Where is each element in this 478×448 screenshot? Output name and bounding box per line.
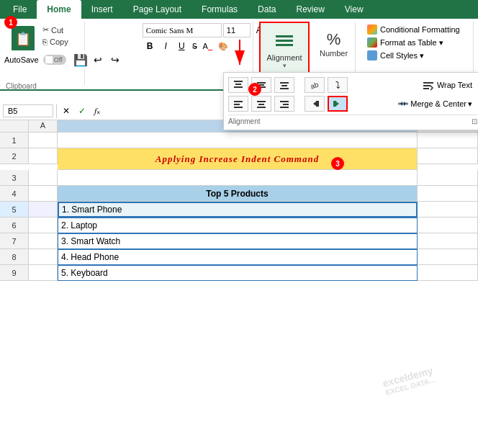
number-label: Number xyxy=(320,49,348,58)
svg-rect-10 xyxy=(281,85,287,86)
strikethrough-button[interactable]: S̶ xyxy=(192,42,197,51)
format-as-table-button[interactable]: Format as Table ▾ xyxy=(364,36,467,49)
svg-rect-5 xyxy=(234,86,243,88)
align-center-button[interactable] xyxy=(251,96,271,112)
cell-a3[interactable] xyxy=(29,170,58,186)
svg-rect-21 xyxy=(257,107,266,108)
svg-rect-1 xyxy=(276,40,293,42)
cell-b8[interactable]: 4. Head Phone xyxy=(58,249,418,265)
cell-a5[interactable] xyxy=(29,202,58,218)
cell-b6[interactable]: 2. Laptop xyxy=(58,218,418,233)
svg-rect-20 xyxy=(258,104,264,105)
increase-indent-button[interactable] xyxy=(328,96,348,112)
conditional-formatting-label: Conditional Formatting xyxy=(380,25,460,34)
tab-home[interactable]: Home xyxy=(37,0,81,19)
font-size-input[interactable] xyxy=(223,23,251,37)
align-left-button[interactable] xyxy=(228,96,248,112)
cell-b9[interactable]: 5. Keyboard xyxy=(58,265,418,281)
annotation-circle-1: 1 xyxy=(4,16,17,29)
cell-rest-1[interactable] xyxy=(418,133,478,148)
name-box[interactable] xyxy=(3,104,53,117)
cell-a8[interactable] xyxy=(29,249,58,265)
cell-a1[interactable] xyxy=(29,133,58,148)
cell-b5[interactable]: 1. Smart Phone xyxy=(58,202,418,218)
cell-a9[interactable] xyxy=(29,265,58,281)
cell-b3[interactable] xyxy=(58,170,418,186)
align-top-button[interactable] xyxy=(228,77,248,93)
save-button[interactable]: 💾 xyxy=(73,53,88,67)
annotation-arrow-alignment xyxy=(222,36,258,74)
font-row1: A↑ A↓ xyxy=(143,23,248,37)
copy-button[interactable]: ⎘Copy xyxy=(40,37,80,47)
svg-rect-18 xyxy=(234,107,243,108)
cell-rest-6[interactable] xyxy=(418,218,478,233)
table-row: 1 xyxy=(0,133,478,148)
font-color-button[interactable]: A_ xyxy=(203,42,212,50)
cell-b2[interactable]: Applying Increase Indent Command xyxy=(58,148,418,170)
table-row: 8 4. Head Phone xyxy=(0,249,478,265)
cancel-formula-button[interactable]: ✕ xyxy=(60,106,73,116)
alignment-dropdown-panel: ab ⤵ Wrap Text xyxy=(223,72,478,130)
font-name-input[interactable] xyxy=(143,23,222,37)
cell-rest-3[interactable] xyxy=(418,170,478,186)
autosave-toggle[interactable]: Off xyxy=(43,55,66,65)
cell-styles-button[interactable]: Cell Styles ▾ xyxy=(364,49,467,62)
cell-rest-5[interactable] xyxy=(418,202,478,218)
svg-rect-24 xyxy=(280,107,289,108)
redo-button[interactable]: ↪ xyxy=(108,53,122,67)
align-bottom-button[interactable] xyxy=(274,77,294,93)
cell-rest-2[interactable] xyxy=(418,148,478,164)
svg-rect-22 xyxy=(280,101,289,102)
cell-b4[interactable]: Top 5 Products xyxy=(58,186,418,202)
col-header-a[interactable]: A xyxy=(29,118,58,133)
svg-rect-2 xyxy=(276,44,293,46)
format-as-table-icon xyxy=(367,37,377,48)
cell-a4[interactable] xyxy=(29,186,58,202)
cell-a2[interactable] xyxy=(29,148,58,164)
decrease-indent-button[interactable] xyxy=(305,96,325,112)
tab-formulas[interactable]: Formulas xyxy=(191,0,248,19)
conditional-formatting-button[interactable]: Conditional Formatting xyxy=(364,23,467,36)
undo-button[interactable]: ↩ xyxy=(91,53,105,67)
autosave-label: AutoSave xyxy=(4,55,39,64)
cell-rest-4[interactable] xyxy=(418,186,478,202)
table-row: 9 5. Keyboard xyxy=(0,265,478,281)
insert-function-button[interactable]: 𝑓ₓ xyxy=(91,106,103,116)
wrap-text-button[interactable]: Wrap Text xyxy=(418,77,477,93)
confirm-formula-button[interactable]: ✓ xyxy=(76,106,89,116)
angle-text-down-button[interactable]: ⤵ xyxy=(328,77,348,93)
angle-text-button[interactable]: ab xyxy=(305,77,325,93)
name-box-divider xyxy=(56,104,57,118)
svg-rect-9 xyxy=(280,82,289,84)
align-right-button[interactable] xyxy=(274,96,294,112)
tab-page-layout[interactable]: Page Layout xyxy=(123,0,191,19)
merge-center-arrow[interactable]: ▾ xyxy=(468,99,472,109)
number-icon: % xyxy=(327,30,341,49)
tab-data[interactable]: Data xyxy=(248,0,286,19)
cut-button[interactable]: ✂Cut xyxy=(40,24,80,35)
alignment-dropdown-arrow[interactable]: ▾ xyxy=(283,62,287,69)
table-row: 2 Applying Increase Indent Command xyxy=(0,148,478,170)
cell-a6[interactable] xyxy=(29,218,58,233)
paste-icon: 📋 xyxy=(12,26,35,52)
merge-center-button[interactable]: Merge & Center ▾ xyxy=(392,96,477,112)
cell-b1[interactable] xyxy=(58,133,418,148)
cell-rest-9[interactable] xyxy=(418,265,478,281)
svg-marker-31 xyxy=(400,102,402,106)
svg-rect-26 xyxy=(316,101,319,107)
alignment-label: Alignment xyxy=(267,53,302,62)
tab-review[interactable]: Review xyxy=(286,0,334,19)
cell-rest-7[interactable] xyxy=(418,233,478,249)
alignment-launcher-icon[interactable]: ⊡ xyxy=(472,117,477,125)
align-bottom-row: Merge & Center ▾ xyxy=(228,96,477,112)
annotation-circle-3: 3 xyxy=(331,157,344,170)
cell-b7[interactable]: 3. Smart Watch xyxy=(58,233,418,249)
cell-rest-8[interactable] xyxy=(418,249,478,265)
tab-view[interactable]: View xyxy=(335,0,374,19)
clipboard-group-label: Clipboard xyxy=(6,82,37,90)
svg-rect-14 xyxy=(423,85,430,86)
conditional-formatting-icon xyxy=(367,24,377,35)
cell-a7[interactable] xyxy=(29,233,58,249)
row-header-4: 4 xyxy=(0,186,29,202)
tab-insert[interactable]: Insert xyxy=(81,0,123,19)
